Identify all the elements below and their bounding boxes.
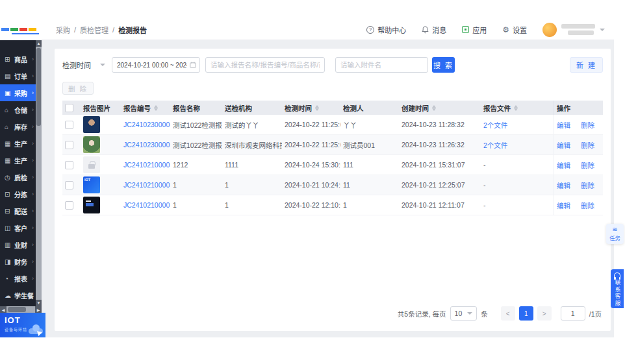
- edit-link[interactable]: 编辑: [557, 120, 570, 130]
- sidebar-item-production-1[interactable]: ▦生产›: [0, 135, 36, 152]
- keyword-search-input[interactable]: [205, 57, 325, 73]
- report-no-link[interactable]: JC24102300005: [123, 141, 170, 149]
- table-row: JC24102300006 测试1022检测报告 测试的丫丫 2024-10-2…: [62, 115, 603, 135]
- edit-link[interactable]: 编辑: [557, 140, 570, 150]
- scrollbar-thumb[interactable]: [36, 48, 41, 126]
- edit-link[interactable]: 编辑: [557, 200, 570, 210]
- scroll-right-icon[interactable]: ▶: [35, 306, 42, 313]
- page-size-select[interactable]: 10: [450, 306, 478, 321]
- sidebar-item-warehouse[interactable]: ⌂仓储›: [0, 101, 36, 118]
- prev-page-button[interactable]: <: [501, 306, 515, 321]
- sidebar-item-purchase[interactable]: ▣采购›: [0, 84, 36, 101]
- col-created[interactable]: 创建时间: [399, 103, 481, 113]
- messages-menu[interactable]: 消息: [422, 25, 446, 35]
- apps-menu[interactable]: 应用: [462, 25, 487, 35]
- customer-service-float-button[interactable]: 联系客服: [611, 269, 624, 308]
- report-no-link[interactable]: JC24102100005: [123, 161, 170, 169]
- people-icon: ◫: [5, 224, 12, 232]
- iot-banner[interactable]: IOT 设备与环境: [0, 313, 45, 337]
- report-name: 测试1022检测报告: [170, 140, 222, 150]
- report-image[interactable]: IOT: [83, 176, 100, 193]
- files-link[interactable]: 2个文件: [483, 120, 507, 130]
- attachment-name-input[interactable]: [335, 57, 428, 73]
- files-empty: -: [481, 161, 554, 169]
- sidebar-item-customers[interactable]: ◫客户›: [0, 219, 36, 236]
- sidebar-item-orders[interactable]: ▤订单›: [0, 67, 36, 84]
- col-tester: 检测人: [340, 103, 399, 113]
- app-logo: [0, 19, 43, 40]
- sort-icon[interactable]: [432, 105, 436, 111]
- delete-link[interactable]: 删除: [581, 180, 594, 190]
- sidebar-item-inventory[interactable]: ⌂库存›: [0, 118, 36, 135]
- col-report-no[interactable]: 报告编号: [121, 103, 170, 113]
- page-jump-input[interactable]: [561, 306, 585, 321]
- report-name: 1: [170, 181, 222, 189]
- sidebar-item-finance[interactable]: ◨财务›: [0, 253, 36, 270]
- tester: 丫丫: [340, 120, 399, 130]
- report-no-link[interactable]: JC24102300006: [123, 121, 170, 128]
- row-checkbox[interactable]: [65, 181, 73, 189]
- report-image[interactable]: [83, 197, 100, 213]
- bulk-delete-button[interactable]: 删 除: [62, 82, 94, 95]
- help-center-label: 帮助中心: [377, 25, 406, 35]
- sidebar-horizontal-scrollbar[interactable]: ◀ ▶: [0, 306, 42, 313]
- help-center-menu[interactable]: ? 帮助中心: [366, 25, 406, 35]
- sidebar-vertical-scrollbar[interactable]: ▲ ▼: [36, 40, 42, 306]
- sidebar-item-student-meal[interactable]: ☁学生餐: [0, 287, 36, 304]
- breadcrumb-item[interactable]: 质检管理: [80, 25, 108, 35]
- delete-link[interactable]: 删除: [581, 120, 594, 130]
- sidebar-item-quality[interactable]: ◷质检›: [0, 169, 36, 186]
- report-no-link[interactable]: JC24102100003: [123, 181, 170, 189]
- sidebar-item-sorting[interactable]: ⊡分拣›: [0, 186, 36, 202]
- breadcrumb-item[interactable]: 采购: [56, 25, 70, 35]
- app-body: ⊞商品› ▤订单› ▣采购› ⌂仓储› ⌂库存› ▦生产› ▦生产› ◷质检› …: [0, 40, 614, 337]
- user-account[interactable]: [542, 23, 607, 37]
- scroll-down-icon[interactable]: ▼: [36, 300, 42, 306]
- sort-icon[interactable]: [154, 105, 158, 111]
- files-link[interactable]: 2个文件: [483, 140, 507, 150]
- delete-link[interactable]: 删除: [581, 140, 594, 150]
- main-content: 检测时间 2024-10-21 00:00 ~ 2024-10-27 24:00…: [42, 40, 614, 337]
- agency: 1: [222, 181, 282, 189]
- tasks-float-button[interactable]: ≋ 任务: [606, 224, 624, 244]
- search-button[interactable]: 搜 索: [432, 57, 455, 73]
- sidebar-item-business-finance[interactable]: ▥业财›: [0, 236, 36, 253]
- edit-link[interactable]: 编辑: [557, 160, 570, 170]
- sidebar: ⊞商品› ▤订单› ▣采购› ⌂仓储› ⌂库存› ▦生产› ▦生产› ◷质检› …: [0, 40, 42, 337]
- row-checkbox[interactable]: [65, 121, 73, 129]
- report-image[interactable]: [83, 116, 100, 133]
- sidebar-item-delivery[interactable]: ⊟配送›: [0, 202, 36, 219]
- next-page-button[interactable]: >: [537, 306, 552, 321]
- table-row: JC24102300005 测试1022检测报告 深圳市观麦网络科技 2024-…: [62, 135, 603, 155]
- row-checkbox[interactable]: [65, 201, 73, 210]
- row-checkbox[interactable]: [65, 161, 73, 169]
- row-checkbox[interactable]: [65, 141, 73, 149]
- sort-icon[interactable]: [514, 105, 518, 111]
- report-image-placeholder[interactable]: [83, 156, 100, 173]
- col-files[interactable]: 报告文件: [481, 103, 554, 113]
- select-all-checkbox[interactable]: [65, 104, 73, 112]
- scroll-up-icon[interactable]: ▲: [36, 40, 42, 47]
- report-image[interactable]: [83, 136, 100, 153]
- delete-link[interactable]: 删除: [581, 200, 594, 210]
- sort-icon[interactable]: [315, 105, 319, 111]
- col-test-time[interactable]: 检测时间: [282, 103, 340, 113]
- create-button[interactable]: 新 建: [570, 57, 603, 73]
- page-number-button[interactable]: 1: [519, 306, 533, 321]
- settings-menu[interactable]: ⚙ 设置: [502, 25, 527, 35]
- report-no-link[interactable]: JC24102100001: [123, 201, 170, 209]
- time-field-select[interactable]: 检测时间: [62, 60, 112, 70]
- test-time: 2024-10-22 12:10:00: [282, 201, 340, 209]
- scrollbar-thumb[interactable]: [8, 307, 26, 312]
- report-list-card: 检测时间 2024-10-21 00:00 ~ 2024-10-27 24:00…: [55, 49, 611, 331]
- edit-link[interactable]: 编辑: [557, 180, 570, 190]
- time-field-value: 检测时间: [62, 60, 91, 70]
- sidebar-item-reports[interactable]: ◔报表›: [0, 270, 36, 287]
- house-icon: ⌂: [5, 106, 12, 114]
- scroll-left-icon[interactable]: ◀: [0, 306, 6, 313]
- delete-link[interactable]: 删除: [581, 160, 594, 170]
- sidebar-item-production-2[interactable]: ▦生产›: [0, 152, 36, 169]
- app-window: 采购 / 质检管理 / 检测报告 ? 帮助中心 消息 应用: [0, 19, 614, 337]
- sidebar-item-goods[interactable]: ⊞商品›: [0, 51, 36, 67]
- date-range-input[interactable]: 2024-10-21 00:00 ~ 2024-10-27 24:00: [112, 57, 200, 73]
